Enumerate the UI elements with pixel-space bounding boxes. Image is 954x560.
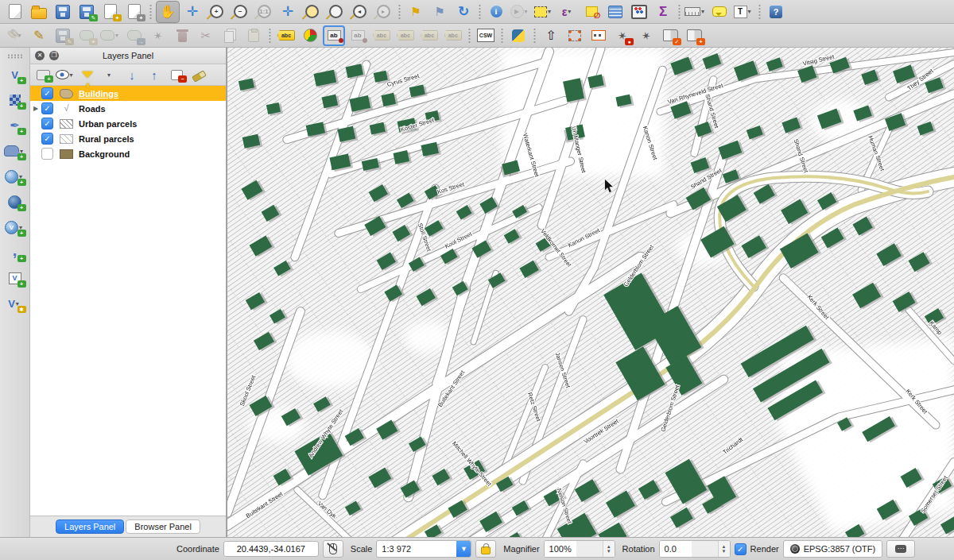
open-project-button[interactable] <box>28 2 50 22</box>
refresh-map-button[interactable]: ↻ <box>452 2 475 22</box>
zoom-last-button[interactable]: ◂ <box>348 2 370 22</box>
filter-by-expression-button[interactable]: ▾ <box>99 66 120 83</box>
layer-diagram-options-button[interactable] <box>299 25 321 46</box>
add-wcs-layer-button[interactable]: + <box>4 191 26 212</box>
dock-tab-layers-panel[interactable]: Layers Panel <box>56 519 124 534</box>
add-wfs-layer-button[interactable]: V+▾ <box>4 217 26 238</box>
expand-triangle-icon[interactable]: ▶ <box>30 105 41 112</box>
style-wand-button[interactable]: ✶ <box>635 25 657 46</box>
new-bookmark-button[interactable]: ⚑ <box>405 2 427 22</box>
layer-visibility-checkbox[interactable]: ✓ <box>41 118 53 129</box>
new-print-composer-button[interactable]: ✦ <box>99 2 122 22</box>
chevron-down-icon[interactable]: ▾ <box>568 8 573 15</box>
style-manager-add-button[interactable]: + <box>683 25 705 46</box>
field-calculator-button[interactable] <box>628 2 650 22</box>
move-label-button[interactable]: abc <box>394 25 417 46</box>
clear-legend-button[interactable] <box>188 66 209 83</box>
add-feature-button[interactable]: ✦ <box>76 25 98 46</box>
layer-row-buildings[interactable]: ✓Buildings <box>30 86 226 101</box>
style-wand-fill-button[interactable]: ✶● <box>611 25 634 46</box>
select-by-expression-button[interactable]: ε▾ <box>556 2 579 22</box>
stepper-icon[interactable]: ▲▼ <box>603 541 615 557</box>
zoom-to-layer-button[interactable] <box>324 2 347 22</box>
pan-map-button[interactable]: ✋ <box>156 1 180 23</box>
chevron-down-icon[interactable]: ▾ <box>115 32 121 39</box>
add-vector-layer-button[interactable]: V+ <box>4 64 26 85</box>
rotate-label-button[interactable]: abc <box>418 25 440 46</box>
move-feature-button[interactable]: → <box>123 25 145 46</box>
identify-features-button[interactable]: i <box>485 2 507 22</box>
map-canvas[interactable]: Cyrus StreetKoster StreetKos StreetKool … <box>227 48 954 537</box>
add-postgis-layer-button[interactable]: +▾ <box>4 141 26 161</box>
cut-features-button[interactable]: ✂ <box>195 25 217 46</box>
render-checkbox[interactable]: ✓ <box>735 543 747 555</box>
layer-visibility-checkbox[interactable]: ✓ <box>41 87 53 99</box>
add-delimited-text-layer-button[interactable]: ,+ <box>4 242 26 263</box>
select-features-button[interactable]: ▾ <box>533 2 555 22</box>
delete-selected-button[interactable] <box>171 25 193 46</box>
toolbar-grip[interactable] <box>7 54 23 59</box>
paste-features-button[interactable] <box>242 25 265 46</box>
show-hide-labels-button[interactable]: abc <box>370 25 393 46</box>
zoom-to-selection-button[interactable] <box>301 2 323 22</box>
chevron-down-icon[interactable]: ▾ <box>548 8 553 15</box>
chevron-down-icon[interactable]: ▾ <box>701 8 707 15</box>
layer-row-background[interactable]: Background <box>30 146 226 161</box>
extent-rectangle-button[interactable] <box>564 25 586 46</box>
dock-tab-browser-panel[interactable]: Browser Panel <box>126 519 200 534</box>
remove-layer-button[interactable]: − <box>166 66 187 83</box>
python-console-button[interactable] <box>507 25 529 46</box>
text-annotation-button[interactable]: T▾ <box>732 2 754 22</box>
scale-bar-decoration-button[interactable] <box>588 25 610 46</box>
add-raster-layer-button[interactable]: + <box>4 90 26 110</box>
highlight-pinned-labels-button[interactable]: ab <box>347 25 369 46</box>
toggle-editing-button[interactable]: ✎ <box>28 25 50 46</box>
layer-labeling-options-button[interactable]: abc <box>275 25 297 46</box>
metasearch-csw-button[interactable]: CSW <box>475 25 497 46</box>
layer-row-roads[interactable]: ▶✓√Roads <box>30 101 226 116</box>
magnifier-spinbox[interactable]: 100% ▲▼ <box>544 540 615 558</box>
pan-to-selection-button[interactable]: ✛ <box>181 2 204 22</box>
new-shapefile-layer-button[interactable]: V+ <box>4 268 26 288</box>
measure-button[interactable]: ▾ <box>684 2 707 22</box>
current-edits-button[interactable]: ✎▾ <box>4 25 26 46</box>
chevron-down-icon[interactable]: ▼ <box>456 541 471 557</box>
toggle-extents-mouse-button[interactable] <box>323 540 343 558</box>
chevron-down-icon[interactable]: ▾ <box>748 8 754 15</box>
pin-unpin-labels-button[interactable]: ab <box>323 25 345 46</box>
show-bookmarks-button[interactable]: ⚑ <box>429 2 451 22</box>
coordinate-input[interactable]: 20.4439,-34.0167 <box>223 541 319 557</box>
messages-button[interactable] <box>886 540 915 558</box>
add-wms-layer-button[interactable]: +▾ <box>4 166 26 187</box>
change-label-button[interactable]: abc <box>442 25 464 46</box>
zoom-next-button[interactable]: ▸ <box>372 2 394 22</box>
zoom-out-button[interactable]: − <box>229 2 251 22</box>
layer-visibility-checkbox[interactable] <box>41 148 53 160</box>
chevron-down-icon[interactable]: ▾ <box>525 8 530 15</box>
collapse-all-button[interactable]: ↑ <box>144 66 165 83</box>
lock-scale-button[interactable] <box>475 540 496 558</box>
new-project-button[interactable] <box>4 2 26 22</box>
zoom-native-button[interactable]: 1:1 <box>253 2 275 22</box>
copy-features-button[interactable] <box>219 25 241 46</box>
new-virtual-layer-button[interactable]: V✱▾ <box>4 293 26 314</box>
zoom-full-button[interactable]: ✛ <box>277 2 299 22</box>
layer-visibility-checkbox[interactable]: ✓ <box>41 102 53 114</box>
add-circular-string-button[interactable]: ▾ <box>99 25 122 46</box>
save-project-as-button[interactable]: ✎ <box>76 2 98 22</box>
save-layer-edits-button[interactable]: ✎ <box>52 25 74 46</box>
expand-all-button[interactable]: ↓ <box>122 66 142 83</box>
manage-layer-visibility-button[interactable]: ▾ <box>55 66 76 83</box>
rotation-spinbox[interactable]: 0.0 ▲▼ <box>659 540 731 558</box>
add-group-button[interactable]: + <box>33 66 53 83</box>
save-project-button[interactable] <box>52 2 74 22</box>
node-tool-button[interactable]: ✶ <box>147 25 169 46</box>
layer-row-rural-parcels[interactable]: ✓Rural parcels <box>30 131 226 146</box>
composer-manager-button[interactable]: ✦ <box>123 2 145 22</box>
chevron-down-icon[interactable]: ▾ <box>107 71 113 79</box>
style-manager-check-button[interactable]: ✓ <box>659 25 681 46</box>
map-tips-button[interactable] <box>708 2 731 22</box>
layer-row-urban-parcels[interactable]: ✓Urban parcels <box>30 116 226 131</box>
filter-legend-button[interactable] <box>77 66 98 83</box>
layer-visibility-checkbox[interactable]: ✓ <box>41 133 53 145</box>
